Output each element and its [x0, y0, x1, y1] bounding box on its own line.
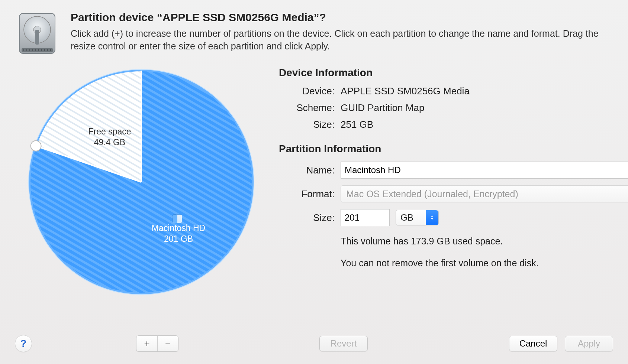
- dialog-footer: ? + − Revert Cancel Apply: [0, 323, 628, 364]
- add-partition-button[interactable]: +: [136, 336, 157, 351]
- format-value: Mac OS Extended (Journaled, Encrypted): [346, 189, 518, 199]
- device-label: Device:: [279, 85, 335, 97]
- cancel-button[interactable]: Cancel: [509, 336, 557, 351]
- partition-name-input[interactable]: [341, 162, 628, 179]
- help-button[interactable]: ?: [15, 335, 32, 352]
- finder-icon: [173, 215, 182, 223]
- dialog-description: Click add (+) to increase the number of …: [71, 27, 613, 53]
- partition-size-input[interactable]: [341, 209, 390, 226]
- disk-drive-icon: [15, 11, 59, 56]
- name-label: Name:: [279, 165, 335, 176]
- dialog-title: Partition device “APPLE SSD SM0256G Medi…: [71, 11, 613, 24]
- partition-pie-chart[interactable]: Free space 49.4 GB Macintosh HD 201 GB: [22, 63, 260, 301]
- dialog-header: Partition device “APPLE SSD SM0256G Medi…: [0, 0, 628, 59]
- cannot-remove-hint: You can not remove the first volume on t…: [341, 258, 628, 269]
- scheme-value: GUID Partition Map: [341, 102, 424, 114]
- device-value: APPLE SSD SM0256G Media: [341, 85, 470, 97]
- revert-button: Revert: [319, 336, 368, 351]
- size-unit-value: GB: [400, 212, 413, 223]
- remove-partition-button: −: [157, 336, 178, 351]
- size-label: Size:: [279, 212, 335, 224]
- scheme-label: Scheme:: [279, 102, 335, 114]
- svg-point-25: [31, 141, 41, 151]
- apply-button: Apply: [565, 336, 613, 351]
- total-size-value: 251 GB: [341, 119, 373, 130]
- svg-rect-3: [35, 30, 39, 45]
- format-label: Format:: [279, 188, 335, 200]
- total-size-label: Size:: [279, 119, 335, 130]
- svg-rect-4: [22, 48, 53, 52]
- device-information-heading: Device Information: [279, 67, 628, 79]
- chevron-updown-icon: ▲▼: [426, 210, 438, 225]
- size-unit-select[interactable]: GB ▲▼: [396, 210, 439, 225]
- partition-information-heading: Partition Information: [279, 143, 628, 155]
- format-select: Mac OS Extended (Journaled, Encrypted) ▲…: [341, 185, 628, 202]
- add-remove-segmented: + −: [136, 335, 178, 352]
- used-space-hint: This volume has 173.9 GB used space.: [341, 236, 628, 247]
